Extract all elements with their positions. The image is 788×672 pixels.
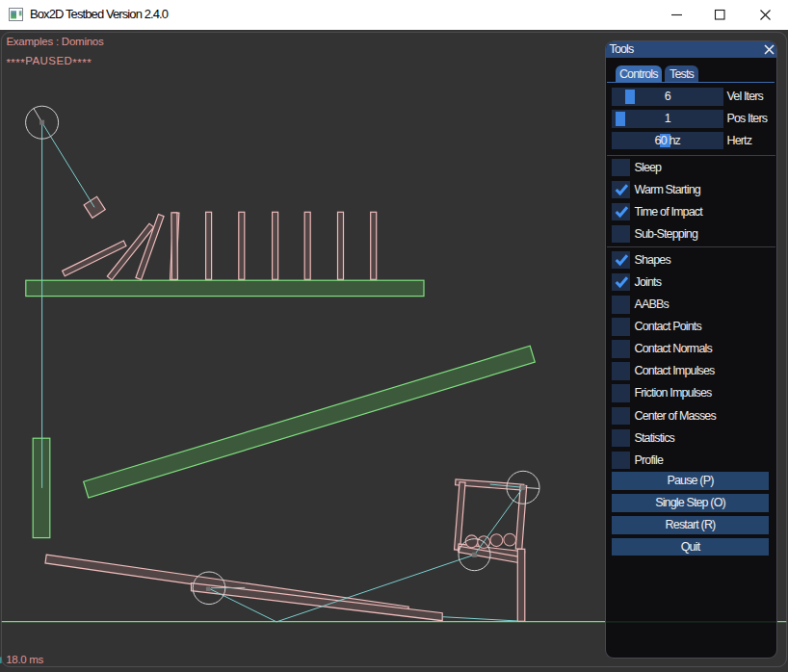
svg-text:18.0 ms: 18.0 ms (6, 654, 43, 665)
svg-text:****PAUSED****: ****PAUSED**** (6, 55, 92, 68)
svg-text:Examples : Dominos: Examples : Dominos (6, 36, 104, 47)
